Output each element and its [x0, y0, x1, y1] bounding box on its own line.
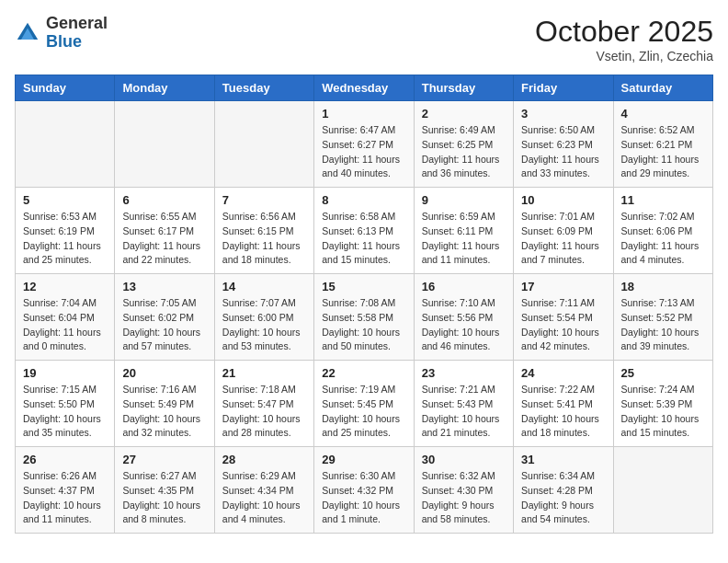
calendar-cell: 14Sunrise: 7:07 AM Sunset: 6:00 PM Dayli… [214, 274, 313, 361]
calendar-table: SundayMondayTuesdayWednesdayThursdayFrid… [15, 75, 713, 534]
calendar-cell: 7Sunrise: 6:56 AM Sunset: 6:15 PM Daylig… [214, 188, 313, 274]
day-info: Sunrise: 6:59 AM Sunset: 6:11 PM Dayligh… [422, 210, 506, 268]
calendar-cell [16, 101, 115, 188]
calendar-cell: 17Sunrise: 7:11 AM Sunset: 5:54 PM Dayli… [514, 274, 613, 361]
day-number: 17 [521, 280, 605, 293]
day-info: Sunrise: 6:34 AM Sunset: 4:28 PM Dayligh… [521, 469, 605, 527]
calendar-cell: 22Sunrise: 7:19 AM Sunset: 5:45 PM Dayli… [314, 361, 414, 447]
page-header: General Blue October 2025 Vsetin, Zlin, … [15, 15, 713, 63]
calendar-cell: 21Sunrise: 7:18 AM Sunset: 5:47 PM Dayli… [214, 361, 313, 447]
calendar-cell: 23Sunrise: 7:21 AM Sunset: 5:43 PM Dayli… [414, 361, 513, 447]
day-number: 16 [422, 280, 506, 293]
day-info: Sunrise: 7:08 AM Sunset: 5:58 PM Dayligh… [322, 296, 405, 354]
weekday-header: Monday [115, 75, 214, 101]
day-info: Sunrise: 6:55 AM Sunset: 6:17 PM Dayligh… [122, 210, 206, 268]
calendar-cell: 29Sunrise: 6:30 AM Sunset: 4:32 PM Dayli… [314, 447, 414, 534]
day-info: Sunrise: 7:10 AM Sunset: 5:56 PM Dayligh… [422, 296, 506, 354]
day-info: Sunrise: 6:27 AM Sunset: 4:35 PM Dayligh… [122, 469, 206, 527]
logo-text: General Blue [46, 15, 108, 52]
day-info: Sunrise: 7:24 AM Sunset: 5:39 PM Dayligh… [621, 383, 705, 441]
calendar-week-row: 1Sunrise: 6:47 AM Sunset: 6:27 PM Daylig… [16, 101, 713, 188]
day-info: Sunrise: 6:49 AM Sunset: 6:25 PM Dayligh… [422, 123, 506, 181]
day-number: 21 [222, 366, 306, 380]
calendar-cell: 27Sunrise: 6:27 AM Sunset: 4:35 PM Dayli… [115, 447, 214, 534]
logo-icon [15, 20, 40, 46]
day-number: 27 [122, 453, 206, 466]
day-info: Sunrise: 7:18 AM Sunset: 5:47 PM Dayligh… [222, 383, 306, 441]
day-info: Sunrise: 6:32 AM Sunset: 4:30 PM Dayligh… [422, 469, 506, 527]
day-number: 23 [422, 366, 506, 380]
day-info: Sunrise: 7:05 AM Sunset: 6:02 PM Dayligh… [122, 296, 206, 354]
day-number: 1 [322, 107, 405, 121]
day-number: 15 [322, 280, 405, 293]
day-info: Sunrise: 7:01 AM Sunset: 6:09 PM Dayligh… [521, 210, 605, 268]
day-number: 13 [122, 280, 206, 293]
calendar-cell: 11Sunrise: 7:02 AM Sunset: 6:06 PM Dayli… [613, 188, 712, 274]
day-number: 31 [521, 453, 605, 466]
day-number: 3 [521, 107, 605, 121]
calendar-week-row: 5Sunrise: 6:53 AM Sunset: 6:19 PM Daylig… [16, 188, 713, 274]
logo-general: General [46, 14, 108, 32]
calendar-cell: 31Sunrise: 6:34 AM Sunset: 4:28 PM Dayli… [514, 447, 613, 534]
day-number: 28 [222, 453, 306, 466]
day-number: 26 [23, 453, 107, 466]
day-info: Sunrise: 7:16 AM Sunset: 5:49 PM Dayligh… [122, 383, 206, 441]
calendar-cell: 3Sunrise: 6:50 AM Sunset: 6:23 PM Daylig… [514, 101, 613, 188]
day-info: Sunrise: 6:56 AM Sunset: 6:15 PM Dayligh… [222, 210, 306, 268]
calendar-cell: 9Sunrise: 6:59 AM Sunset: 6:11 PM Daylig… [414, 188, 513, 274]
calendar-cell [214, 101, 313, 188]
day-number: 7 [222, 193, 306, 207]
day-number: 14 [222, 280, 306, 293]
month-title: October 2025 [535, 15, 713, 49]
calendar-cell [613, 447, 712, 534]
day-info: Sunrise: 6:26 AM Sunset: 4:37 PM Dayligh… [23, 469, 107, 527]
day-number: 12 [23, 280, 107, 293]
calendar-cell: 6Sunrise: 6:55 AM Sunset: 6:17 PM Daylig… [115, 188, 214, 274]
calendar-cell [115, 101, 214, 188]
calendar-cell: 1Sunrise: 6:47 AM Sunset: 6:27 PM Daylig… [314, 101, 414, 188]
day-number: 9 [422, 193, 506, 207]
day-info: Sunrise: 6:53 AM Sunset: 6:19 PM Dayligh… [23, 210, 107, 268]
day-info: Sunrise: 7:11 AM Sunset: 5:54 PM Dayligh… [521, 296, 605, 354]
day-number: 18 [621, 280, 705, 293]
day-number: 4 [621, 107, 705, 121]
calendar-cell: 16Sunrise: 7:10 AM Sunset: 5:56 PM Dayli… [414, 274, 513, 361]
calendar-cell: 13Sunrise: 7:05 AM Sunset: 6:02 PM Dayli… [115, 274, 214, 361]
day-number: 22 [322, 366, 405, 380]
weekday-header: Thursday [414, 75, 513, 101]
day-info: Sunrise: 6:52 AM Sunset: 6:21 PM Dayligh… [621, 123, 705, 181]
day-info: Sunrise: 6:47 AM Sunset: 6:27 PM Dayligh… [322, 123, 405, 181]
day-number: 8 [322, 193, 405, 207]
calendar-cell: 19Sunrise: 7:15 AM Sunset: 5:50 PM Dayli… [16, 361, 115, 447]
weekday-header: Saturday [613, 75, 712, 101]
day-number: 6 [122, 193, 206, 207]
calendar-cell: 25Sunrise: 7:24 AM Sunset: 5:39 PM Dayli… [613, 361, 712, 447]
calendar-cell: 4Sunrise: 6:52 AM Sunset: 6:21 PM Daylig… [613, 101, 712, 188]
calendar-cell: 2Sunrise: 6:49 AM Sunset: 6:25 PM Daylig… [414, 101, 513, 188]
calendar-week-row: 26Sunrise: 6:26 AM Sunset: 4:37 PM Dayli… [16, 447, 713, 534]
calendar-week-row: 12Sunrise: 7:04 AM Sunset: 6:04 PM Dayli… [16, 274, 713, 361]
day-number: 25 [621, 366, 705, 380]
calendar-cell: 12Sunrise: 7:04 AM Sunset: 6:04 PM Dayli… [16, 274, 115, 361]
day-info: Sunrise: 7:15 AM Sunset: 5:50 PM Dayligh… [23, 383, 107, 441]
location-subtitle: Vsetin, Zlin, Czechia [535, 49, 713, 63]
day-number: 30 [422, 453, 506, 466]
day-number: 20 [122, 366, 206, 380]
day-info: Sunrise: 6:30 AM Sunset: 4:32 PM Dayligh… [322, 469, 405, 527]
calendar-cell: 24Sunrise: 7:22 AM Sunset: 5:41 PM Dayli… [514, 361, 613, 447]
day-info: Sunrise: 7:04 AM Sunset: 6:04 PM Dayligh… [23, 296, 107, 354]
calendar-cell: 5Sunrise: 6:53 AM Sunset: 6:19 PM Daylig… [16, 188, 115, 274]
calendar-cell: 15Sunrise: 7:08 AM Sunset: 5:58 PM Dayli… [314, 274, 414, 361]
day-number: 29 [322, 453, 405, 466]
logo: General Blue [15, 15, 108, 52]
day-info: Sunrise: 7:19 AM Sunset: 5:45 PM Dayligh… [322, 383, 405, 441]
day-number: 11 [621, 193, 705, 207]
calendar-cell: 18Sunrise: 7:13 AM Sunset: 5:52 PM Dayli… [613, 274, 712, 361]
day-number: 5 [23, 193, 107, 207]
weekday-header: Wednesday [314, 75, 414, 101]
calendar-week-row: 19Sunrise: 7:15 AM Sunset: 5:50 PM Dayli… [16, 361, 713, 447]
title-block: October 2025 Vsetin, Zlin, Czechia [535, 15, 713, 63]
calendar-cell: 20Sunrise: 7:16 AM Sunset: 5:49 PM Dayli… [115, 361, 214, 447]
day-info: Sunrise: 7:02 AM Sunset: 6:06 PM Dayligh… [621, 210, 705, 268]
calendar-cell: 28Sunrise: 6:29 AM Sunset: 4:34 PM Dayli… [214, 447, 313, 534]
